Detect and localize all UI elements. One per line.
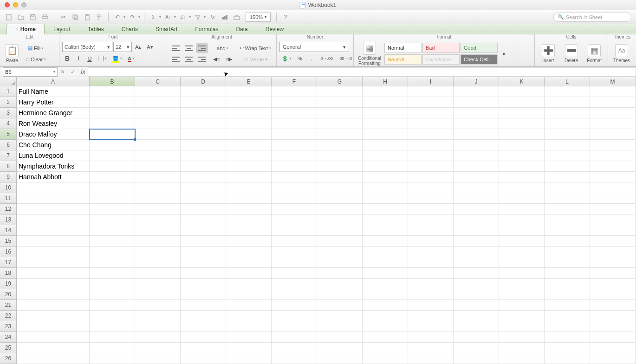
cell-C2[interactable] <box>135 97 181 108</box>
cell-K25[interactable] <box>499 343 545 353</box>
cell-D14[interactable] <box>181 225 226 236</box>
tab-formulas[interactable]: Formulas <box>186 24 227 34</box>
column-header-G[interactable]: G <box>317 77 363 86</box>
cell-D24[interactable] <box>181 332 226 343</box>
style-calculation[interactable]: Calculation <box>422 54 460 65</box>
cell-F20[interactable] <box>272 289 317 300</box>
cell-C9[interactable] <box>135 172 181 182</box>
row-header-26[interactable]: 26 <box>0 353 17 364</box>
row-header-11[interactable]: 11 <box>0 193 17 204</box>
cell-K24[interactable] <box>499 332 545 343</box>
cell-K20[interactable] <box>499 289 545 300</box>
formula-input[interactable] <box>88 67 636 77</box>
cell-G11[interactable] <box>317 193 363 204</box>
cell-J11[interactable] <box>454 193 499 204</box>
style-neutral[interactable]: Neutral <box>384 54 422 65</box>
cell-K9[interactable] <box>499 172 545 182</box>
cell-L21[interactable] <box>545 300 590 311</box>
cell-H22[interactable] <box>363 311 408 321</box>
cell-J16[interactable] <box>454 247 499 257</box>
cell-I20[interactable] <box>408 289 454 300</box>
row-header-6[interactable]: 6 <box>0 140 17 150</box>
merge-button[interactable]: ▭Merge▾ <box>237 54 273 65</box>
grow-font-button[interactable]: A▴ <box>133 42 143 52</box>
cell-M25[interactable] <box>590 343 636 353</box>
cell-M7[interactable] <box>590 150 636 161</box>
cell-I9[interactable] <box>408 172 454 182</box>
cell-H25[interactable] <box>363 343 408 353</box>
cell-L22[interactable] <box>545 311 590 321</box>
help-icon[interactable]: ? <box>280 12 291 22</box>
cell-D21[interactable] <box>181 300 226 311</box>
column-header-A[interactable]: A <box>17 77 90 86</box>
cell-A14[interactable] <box>17 225 90 236</box>
format-painter-icon[interactable] <box>94 12 104 22</box>
cell-M19[interactable] <box>590 279 636 289</box>
cell-K15[interactable] <box>499 236 545 247</box>
cell-J1[interactable] <box>454 86 499 97</box>
cell-A21[interactable] <box>17 300 90 311</box>
format-cells-button[interactable]: ▦Format <box>584 44 605 63</box>
cell-A22[interactable] <box>17 311 90 321</box>
cell-F8[interactable] <box>272 161 317 172</box>
cell-A12[interactable] <box>17 204 90 214</box>
cell-M8[interactable] <box>590 161 636 172</box>
cell-F19[interactable] <box>272 279 317 289</box>
cell-K6[interactable] <box>499 140 545 150</box>
cell-J19[interactable] <box>454 279 499 289</box>
tab-charts[interactable]: Charts <box>113 24 147 34</box>
save-icon[interactable] <box>28 12 38 22</box>
cell-D6[interactable] <box>181 140 226 150</box>
cell-A13[interactable] <box>17 214 90 225</box>
row-header-12[interactable]: 12 <box>0 204 17 214</box>
cell-H13[interactable] <box>363 214 408 225</box>
align-left-button[interactable] <box>170 54 182 65</box>
cell-E12[interactable] <box>226 204 272 214</box>
cell-B14[interactable] <box>90 225 135 236</box>
cell-E3[interactable] <box>226 108 272 118</box>
cell-A23[interactable] <box>17 321 90 332</box>
cell-K23[interactable] <box>499 321 545 332</box>
align-middle-button[interactable] <box>183 43 195 53</box>
underline-button[interactable]: U <box>84 53 95 64</box>
align-right-button[interactable] <box>196 54 208 65</box>
cell-K8[interactable] <box>499 161 545 172</box>
increase-indent-button[interactable]: ≡▶ <box>223 54 234 65</box>
cell-E2[interactable] <box>226 97 272 108</box>
cell-D9[interactable] <box>181 172 226 182</box>
cell-E24[interactable] <box>226 332 272 343</box>
cell-B16[interactable] <box>90 247 135 257</box>
cell-B25[interactable] <box>90 343 135 353</box>
new-file-icon[interactable] <box>4 12 14 22</box>
cell-A2[interactable]: Harry Potter <box>17 97 90 108</box>
cell-H19[interactable] <box>363 279 408 289</box>
cell-K2[interactable] <box>499 97 545 108</box>
cell-A6[interactable]: Cho Chang <box>17 140 90 150</box>
cell-J26[interactable] <box>454 353 499 364</box>
cell-J4[interactable] <box>454 118 499 129</box>
cell-D1[interactable] <box>181 86 226 97</box>
cell-C24[interactable] <box>135 332 181 343</box>
cell-M13[interactable] <box>590 214 636 225</box>
cell-G19[interactable] <box>317 279 363 289</box>
cell-F13[interactable] <box>272 214 317 225</box>
cell-M20[interactable] <box>590 289 636 300</box>
cell-B18[interactable] <box>90 268 135 279</box>
cell-E23[interactable] <box>226 321 272 332</box>
cell-J6[interactable] <box>454 140 499 150</box>
cell-C11[interactable] <box>135 193 181 204</box>
cell-H24[interactable] <box>363 332 408 343</box>
style-normal[interactable]: Normal <box>384 43 422 53</box>
cell-L1[interactable] <box>545 86 590 97</box>
cell-B12[interactable] <box>90 204 135 214</box>
cell-M9[interactable] <box>590 172 636 182</box>
cell-K19[interactable] <box>499 279 545 289</box>
cell-A7[interactable]: Luna Lovegood <box>17 150 90 161</box>
cell-D10[interactable] <box>181 182 226 193</box>
cell-L25[interactable] <box>545 343 590 353</box>
cell-L9[interactable] <box>545 172 590 182</box>
themes-button[interactable]: AaThemes <box>611 44 632 63</box>
undo-icon[interactable]: ↶ <box>112 12 123 22</box>
cell-B10[interactable] <box>90 182 135 193</box>
autosum-icon[interactable]: Σ <box>148 12 158 22</box>
